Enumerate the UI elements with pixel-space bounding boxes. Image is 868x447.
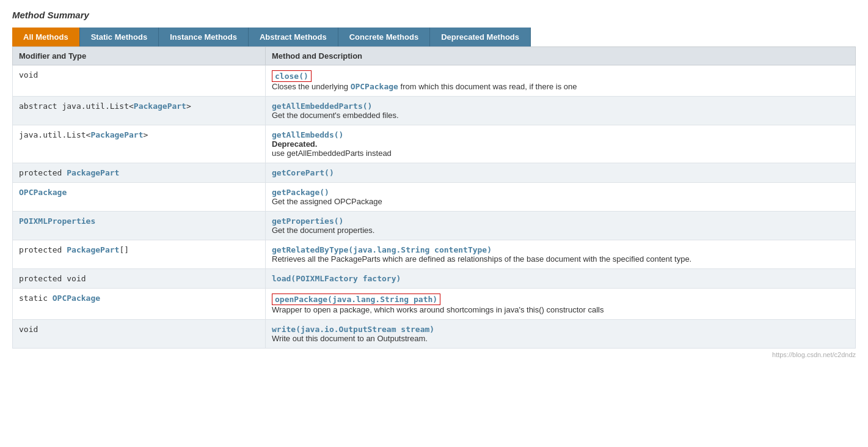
tab-concrete-methods[interactable]: Concrete Methods [338, 28, 430, 46]
method-name[interactable]: load(POIXMLFactory factory) [272, 274, 401, 283]
deprecated-label: Deprecated. [272, 139, 317, 149]
method-cell: getRelatedByType(java.lang.String conten… [266, 240, 856, 269]
method-cell: getAllEmbedds()Deprecated.use getAllEmbe… [266, 125, 856, 163]
modifier-cell: POIXMLProperties [13, 212, 266, 240]
method-name[interactable]: getAllEmbeddedParts() [272, 102, 372, 111]
table-row: protected PackagePartgetCorePart() [13, 163, 856, 183]
watermark: https://blog.csdn.net/c2dndz [12, 351, 856, 358]
modifier-cell: protected PackagePart [13, 163, 266, 183]
modifier-cell: java.util.List<PackagePart> [13, 125, 266, 163]
tab-bar: All Methods Static Methods Instance Meth… [12, 28, 856, 46]
method-table: Modifier and Type Method and Description… [12, 46, 856, 349]
modifier-cell: void [13, 65, 266, 97]
page-wrapper: Method Summary All Methods Static Method… [0, 0, 868, 447]
method-name[interactable]: write(java.io.OutputStream stream) [272, 325, 434, 334]
method-cell: close()Closes the underlying OPCPackage … [266, 65, 856, 97]
method-desc: Retrieves all the PackageParts which are… [272, 254, 691, 264]
table-row: static OPCPackageopenPackage(java.lang.S… [13, 289, 856, 320]
method-desc: Get the document properties. [272, 226, 374, 235]
table-row: POIXMLPropertiesgetProperties()Get the d… [13, 212, 856, 240]
modifier-cell: protected PackagePart[] [13, 240, 266, 269]
modifier-cell: abstract java.util.List<PackagePart> [13, 97, 266, 125]
method-name[interactable]: openPackage(java.lang.String path) [272, 294, 440, 305]
modifier-cell: static OPCPackage [13, 289, 266, 320]
method-cell: load(POIXMLFactory factory) [266, 269, 856, 289]
header-method: Method and Description [266, 47, 856, 65]
header-modifier: Modifier and Type [13, 47, 266, 65]
table-row: java.util.List<PackagePart>getAllEmbedds… [13, 125, 856, 163]
method-desc: Get the assigned OPCPackage [272, 197, 382, 206]
method-desc: Closes the underlying OPCPackage from wh… [272, 82, 577, 91]
method-desc: Wrapper to open a package, which works a… [272, 305, 604, 314]
table-row: voidwrite(java.io.OutputStream stream)Wr… [13, 320, 856, 349]
method-name[interactable]: getRelatedByType(java.lang.String conten… [272, 245, 492, 254]
method-cell: getProperties()Get the document properti… [266, 212, 856, 240]
method-cell: getCorePart() [266, 163, 856, 183]
method-name[interactable]: getAllEmbedds() [272, 130, 343, 139]
tab-instance-methods[interactable]: Instance Methods [159, 28, 249, 46]
method-name[interactable]: getPackage() [272, 188, 329, 197]
table-row: OPCPackagegetPackage()Get the assigned O… [13, 183, 856, 212]
method-name[interactable]: close() [272, 70, 312, 82]
method-name[interactable]: getProperties() [272, 216, 343, 226]
modifier-cell: protected void [13, 269, 266, 289]
method-cell: getPackage()Get the assigned OPCPackage [266, 183, 856, 212]
method-desc: use getAllEmbeddedParts instead [272, 149, 392, 158]
table-row: abstract java.util.List<PackagePart>getA… [13, 97, 856, 125]
modifier-cell: OPCPackage [13, 183, 266, 212]
table-row: protected voidload(POIXMLFactory factory… [13, 269, 856, 289]
method-desc: Get the document's embedded files. [272, 111, 399, 120]
table-row: voidclose()Closes the underlying OPCPack… [13, 65, 856, 97]
tab-deprecated-methods[interactable]: Deprecated Methods [430, 28, 531, 46]
table-row: protected PackagePart[]getRelatedByType(… [13, 240, 856, 269]
method-desc: Write out this document to an Outputstre… [272, 334, 428, 343]
method-cell: getAllEmbeddedParts()Get the document's … [266, 97, 856, 125]
section-title: Method Summary [12, 10, 856, 20]
method-name[interactable]: getCorePart() [272, 168, 334, 177]
method-cell: openPackage(java.lang.String path)Wrappe… [266, 289, 856, 320]
tab-all-methods[interactable]: All Methods [12, 28, 80, 46]
method-cell: write(java.io.OutputStream stream)Write … [266, 320, 856, 349]
tab-static-methods[interactable]: Static Methods [80, 28, 159, 46]
tab-abstract-methods[interactable]: Abstract Methods [249, 28, 338, 46]
modifier-cell: void [13, 320, 266, 349]
